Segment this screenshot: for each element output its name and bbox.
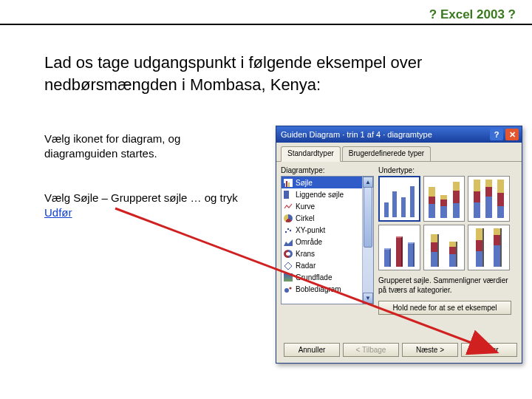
subtype-clustered-column[interactable] — [378, 176, 420, 222]
svg-marker-3 — [284, 239, 293, 246]
list-item[interactable]: Område — [282, 236, 373, 248]
slide-heading: Lad os tage udgangspunkt i følgende ekse… — [44, 52, 473, 95]
subtype-label: Undertype: — [378, 166, 517, 174]
chart-subtype-grid — [378, 176, 510, 270]
dialog-panel: Diagramtype: Søjle Liggende søjle Kurve … — [276, 162, 522, 319]
finish-link[interactable]: Udfør — [44, 206, 72, 219]
header-rule — [0, 24, 532, 25]
page-header-title: ? Excel 2003 ? — [429, 7, 516, 22]
finish-button[interactable]: Udfør — [461, 343, 517, 357]
list-item[interactable]: Radar — [282, 259, 373, 271]
list-item[interactable]: Krans — [282, 248, 373, 259]
list-item-label: Kurve — [296, 202, 315, 211]
list-item[interactable]: Liggende søjle — [282, 188, 373, 200]
list-item-label: Område — [296, 238, 322, 246]
line-chart-icon — [284, 202, 293, 211]
subtype-3d-100pct-stacked-column[interactable] — [468, 225, 510, 270]
help-icon[interactable]: ? — [490, 129, 503, 140]
list-item[interactable]: Cirkel — [282, 212, 373, 224]
list-item-label: Krans — [296, 250, 315, 258]
scroll-up-icon[interactable]: ▲ — [363, 177, 373, 188]
dialog-button-row: Annuller < Tilbage Næste > Udfør — [281, 343, 517, 357]
subtype-3d-clustered-column[interactable] — [378, 225, 420, 270]
list-item-label: Grundflade — [296, 273, 332, 282]
list-item[interactable]: Boblediagram — [282, 283, 373, 295]
bar-chart-icon — [284, 191, 293, 199]
instruction-text: Vælg Søjle – Grupperet søjle … og tryk — [44, 191, 238, 204]
svg-point-6 — [289, 287, 291, 289]
bubble-chart-icon — [284, 285, 293, 293]
tab-custom-types[interactable]: Brugerdefinerede typer — [342, 146, 431, 161]
svg-point-1 — [287, 228, 289, 229]
list-item-label: Cirkel — [296, 214, 315, 222]
list-item-label: XY-punkt — [296, 226, 325, 234]
scroll-down-icon[interactable]: ▼ — [363, 293, 373, 304]
doughnut-chart-icon — [284, 250, 293, 258]
instruction-paragraph-1: Vælg ikonet for diagram, og diagramguide… — [44, 132, 251, 162]
pie-chart-icon — [284, 214, 293, 222]
area-chart-icon — [284, 238, 293, 246]
subtype-column: Undertype: — [378, 166, 517, 315]
svg-point-2 — [290, 229, 291, 231]
list-item-label: Boblediagram — [296, 285, 341, 293]
subtype-3d-stacked-column[interactable] — [423, 225, 466, 270]
close-icon[interactable]: ✕ — [505, 129, 519, 140]
list-item[interactable]: Søjle — [282, 177, 373, 188]
hold-preview-button[interactable]: Hold nede for at se et eksempel — [378, 301, 511, 315]
dialog-title: Guiden Diagram · trin 1 af 4 · diagramty… — [279, 130, 488, 139]
list-item[interactable]: Kurve — [282, 200, 373, 212]
list-item-label: Liggende søjle — [296, 191, 344, 199]
scatter-chart-icon — [284, 226, 293, 234]
chart-wizard-dialog: Guiden Diagram · trin 1 af 4 · diagramty… — [276, 126, 522, 364]
svg-point-5 — [284, 288, 289, 293]
list-item-label: Søjle — [296, 179, 313, 187]
radar-chart-icon — [284, 262, 293, 270]
list-item-label: Radar — [296, 262, 316, 270]
back-button: < Tilbage — [343, 343, 399, 357]
surface-chart-icon — [284, 273, 293, 282]
cancel-button[interactable]: Annuller — [284, 343, 340, 357]
subtype-100pct-stacked-column[interactable] — [468, 176, 510, 222]
subtype-stacked-column[interactable] — [423, 176, 466, 222]
dialog-titlebar: Guiden Diagram · trin 1 af 4 · diagramty… — [276, 126, 522, 143]
tab-standard-types[interactable]: Standardtyper — [281, 146, 341, 162]
type-label: Diagramtype: — [281, 166, 374, 174]
type-column: Diagramtype: Søjle Liggende søjle Kurve … — [281, 166, 374, 315]
svg-point-0 — [285, 231, 287, 232]
list-item[interactable]: Grundflade — [282, 271, 373, 283]
dialog-tabs: Standardtyper Brugerdefinerede typer — [276, 146, 522, 162]
chart-type-listbox[interactable]: Søjle Liggende søjle Kurve Cirkel XY-pun… — [281, 176, 374, 304]
list-item[interactable]: XY-punkt — [282, 224, 373, 236]
svg-marker-4 — [284, 262, 292, 270]
subtype-description: Grupperet søjle. Sammenligner værdier på… — [378, 276, 510, 295]
next-button[interactable]: Næste > — [402, 343, 458, 357]
listbox-scrollbar[interactable]: ▲ ▼ — [362, 177, 373, 304]
scroll-thumb[interactable] — [364, 187, 372, 248]
column-chart-icon — [284, 179, 293, 187]
instruction-paragraph-2: Vælg Søjle – Grupperet søjle … og tryk U… — [44, 191, 266, 221]
